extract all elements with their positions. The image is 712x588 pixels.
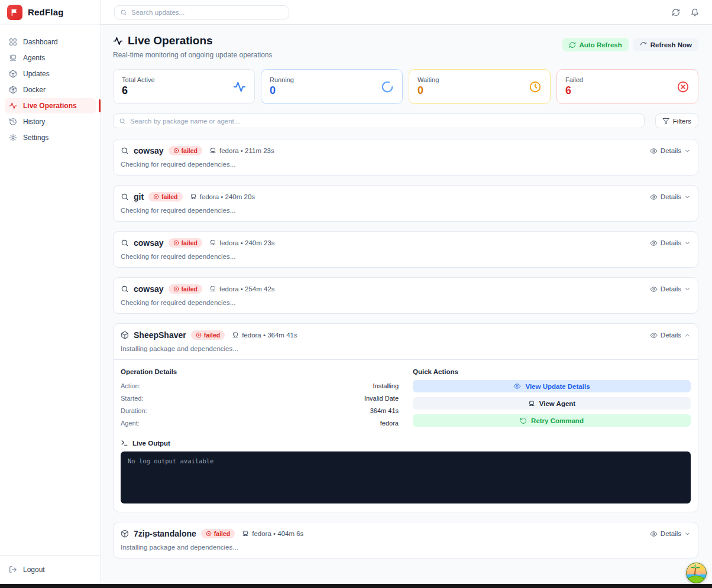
sidebar-item-agents[interactable]: Agents [5,50,96,66]
stat-value: 6 [122,85,233,97]
refresh-now-button[interactable]: Refresh Now [633,38,698,51]
sidebar-item-label: Updates [23,70,50,78]
stats-row: Total Active 6 Running 0 Waiting 0 [113,69,698,104]
filters-button[interactable]: Filters [655,113,698,128]
operation-summary: Checking for required dependencies... [114,155,698,175]
topbar-actions [672,8,699,17]
details-toggle[interactable]: Details [650,530,691,538]
sidebar-item-dashboard[interactable]: Dashboard [5,34,96,50]
operation-summary: Checking for required dependencies... [114,202,698,221]
retry-command-button[interactable]: Retry Command [413,414,691,427]
sidebar-footer: Logout [0,555,101,588]
sidebar-item-history[interactable]: History [5,114,96,129]
sidebar-item-docker[interactable]: Docker [5,82,96,98]
filter-funnel-icon [662,118,669,125]
operation-name: cowsay [134,284,164,294]
redflag-logo-icon [7,5,22,20]
eye-icon [513,382,521,390]
operation-card: cowsay failed fedora • 254m 42s Details … [113,277,698,314]
details-toggle[interactable]: Details [650,147,691,155]
package-icon [9,70,17,78]
eye-icon [650,530,658,538]
logout-button[interactable]: Logout [5,562,96,577]
sidebar-item-label: History [23,118,45,126]
view-agent-button[interactable]: View Agent [413,397,691,410]
container-icon [9,86,17,94]
status-badge: failed [191,330,225,340]
dashboard-icon [9,38,17,46]
search-icon [121,239,129,247]
detail-row: Started:Invalid Date [121,392,399,405]
operation-card-expanded: SheepShaver failed fedora • 364m 41s Det… [113,323,698,512]
search-icon [121,147,129,155]
stat-label: Running [270,76,381,83]
operation-name: cowsay [134,146,164,155]
x-circle-icon [677,80,690,93]
history-icon [9,118,17,126]
status-badge: failed [169,238,202,248]
stat-card-running: Running 0 [261,69,403,104]
filter-row: Filters [113,113,698,128]
chevron-down-icon [684,148,691,154]
operation-summary: Checking for required dependencies... [114,294,698,313]
operation-name: git [134,192,144,202]
operation-meta: fedora • 404m 6s [242,530,303,537]
stat-value: 0 [418,85,529,97]
operation-name: cowsay [134,238,164,248]
chevron-down-icon [684,240,691,246]
auto-refresh-button[interactable]: Auto Refresh [562,38,629,51]
operation-card: cowsay failed fedora • 211m 23s Details … [113,139,698,176]
stat-label: Waiting [418,76,529,83]
brand: RedFlag [0,0,101,25]
search-icon [121,193,129,201]
chevron-down-icon [684,286,691,293]
status-badge: failed [148,192,182,202]
computer-icon [9,54,17,62]
sidebar-item-settings[interactable]: Settings [5,130,96,145]
tropical-island-icon[interactable] [686,563,707,583]
main-area: Live Operations Real-time monitoring of … [101,0,712,588]
operation-meta: fedora • 364m 41s [232,332,297,339]
eye-icon [650,147,658,155]
operation-details-title: Operation Details [121,368,399,375]
gear-icon [9,134,17,142]
stat-card-failed: Failed 6 [556,69,698,104]
operation-meta: fedora • 211m 23s [209,147,274,154]
operation-summary: Checking for required dependencies... [114,248,698,267]
detail-row: Action:Installing [121,380,399,392]
view-update-details-button[interactable]: View Update Details [413,380,691,392]
activity-icon [113,36,123,46]
loader-icon [381,80,394,93]
stat-value: 6 [565,85,677,97]
refresh-icon[interactable] [672,8,680,17]
operations-search-input[interactable] [130,118,639,125]
rotate-icon [569,41,576,48]
details-toggle[interactable]: Details [650,332,691,339]
topbar [101,0,712,25]
quick-actions-title: Quick Actions [413,368,691,375]
bell-icon[interactable] [691,8,699,17]
details-toggle[interactable]: Details [650,239,691,247]
live-output-terminal[interactable]: No log output available [121,451,691,503]
stat-card-waiting: Waiting 0 [409,69,551,104]
refresh-icon [640,41,647,48]
global-search-input[interactable] [131,9,283,16]
stat-card-total-active: Total Active 6 [113,69,255,104]
eye-icon [650,332,658,339]
activity-icon [233,80,246,93]
operation-card: git failed fedora • 240m 20s Details Che… [113,185,698,222]
details-toggle[interactable]: Details [650,285,691,293]
operation-name: SheepShaver [134,330,186,340]
operation-details-section: Operation Details Action:Installing Star… [121,368,399,430]
clock-icon [529,80,542,93]
terminal-text: No log output available [128,457,213,464]
sidebar-item-live-operations[interactable]: Live Operations [5,98,96,113]
sidebar-item-updates[interactable]: Updates [5,66,96,82]
page-title: Live Operations [128,34,213,47]
live-output-header: Live Output [121,439,691,447]
stat-label: Failed [565,76,677,83]
sidebar-item-label: Docker [23,86,46,94]
search-icon [119,118,126,125]
details-toggle[interactable]: Details [650,193,691,201]
status-badge: failed [169,284,202,294]
